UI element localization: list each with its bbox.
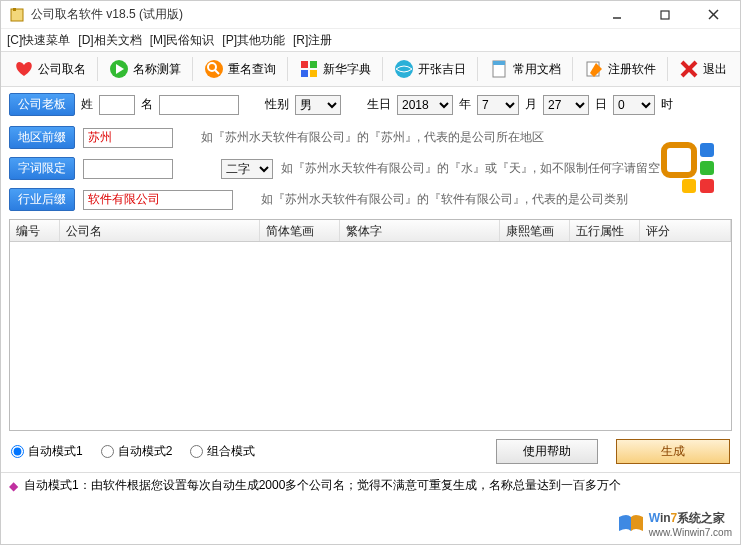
word-count-select[interactable]: 二字 (221, 159, 273, 179)
suffix-hint: 如『苏州水天软件有限公司』的『软件有限公司』, 代表的是公司类别 (261, 191, 628, 208)
generate-button[interactable]: 生成 (616, 439, 730, 464)
x-icon (679, 59, 699, 79)
svg-rect-21 (664, 145, 694, 175)
tool-label: 重名查询 (228, 61, 276, 78)
col-score[interactable]: 评分 (640, 220, 731, 241)
separator (667, 57, 668, 81)
heart-icon (14, 59, 34, 79)
watermark: Win7系统之家 www.Winwin7.com (617, 508, 732, 538)
mode1-input[interactable] (11, 445, 24, 458)
edit-icon (584, 59, 604, 79)
name-input[interactable] (159, 95, 239, 115)
windows-icon (299, 59, 319, 79)
svg-rect-25 (682, 179, 696, 193)
mode3-radio[interactable]: 组合模式 (190, 443, 255, 460)
tool-label: 退出 (703, 61, 727, 78)
svg-rect-23 (700, 161, 714, 175)
svg-rect-11 (301, 61, 308, 68)
document-icon (489, 59, 509, 79)
tool-label: 常用文档 (513, 61, 561, 78)
svg-rect-3 (661, 11, 669, 19)
separator (192, 57, 193, 81)
boss-button[interactable]: 公司老板 (9, 93, 75, 116)
minimize-button[interactable] (602, 5, 632, 25)
gender-label: 性别 (265, 96, 289, 113)
mode2-radio[interactable]: 自动模式2 (101, 443, 173, 460)
menu-quick[interactable]: [C]快速菜单 (7, 32, 70, 49)
menu-docs[interactable]: [D]相关文档 (78, 32, 141, 49)
watermark-url: www.Winwin7.com (649, 527, 732, 538)
region-input[interactable] (83, 128, 173, 148)
gender-select[interactable]: 男 (295, 95, 341, 115)
table-header: 编号 公司名 简体笔画 繁体字 康熙笔画 五行属性 评分 (10, 220, 731, 242)
mode2-input[interactable] (101, 445, 114, 458)
tool-reg[interactable]: 注册软件 (577, 55, 663, 83)
word-hint: 如『苏州水天软件有限公司』的『水』或『天』, 如不限制任何字请留空 (281, 160, 660, 177)
tool-dict[interactable]: 新华字典 (292, 55, 378, 83)
tool-naming[interactable]: 公司取名 (7, 55, 93, 83)
svg-rect-13 (301, 70, 308, 77)
watermark-brand: Win7系统之家 (649, 508, 732, 527)
tool-lucky[interactable]: 开张吉日 (387, 55, 473, 83)
window-controls (602, 5, 728, 25)
col-kangxi[interactable]: 康熙笔画 (500, 220, 570, 241)
mode2-label: 自动模式2 (118, 443, 173, 460)
help-button[interactable]: 使用帮助 (496, 439, 598, 464)
tool-calc[interactable]: 名称测算 (102, 55, 188, 83)
svg-point-15 (395, 60, 413, 78)
separator (382, 57, 383, 81)
maximize-button[interactable] (650, 5, 680, 25)
svg-rect-1 (13, 8, 16, 11)
day-suffix: 日 (595, 96, 607, 113)
mode1-radio[interactable]: 自动模式1 (11, 443, 83, 460)
word-button[interactable]: 字词限定 (9, 157, 75, 180)
separator (287, 57, 288, 81)
mode1-label: 自动模式1 (28, 443, 83, 460)
col-id[interactable]: 编号 (10, 220, 60, 241)
name-label: 名 (141, 96, 153, 113)
suffix-input[interactable] (83, 190, 233, 210)
col-name[interactable]: 公司名 (60, 220, 260, 241)
globe-icon (394, 59, 414, 79)
tool-label: 公司取名 (38, 61, 86, 78)
window-title: 公司取名软件 v18.5 (试用版) (31, 6, 602, 23)
separator (477, 57, 478, 81)
month-select[interactable]: 7 (477, 95, 519, 115)
search-icon (204, 59, 224, 79)
modes-row: 自动模式1 自动模式2 组合模式 使用帮助 生成 (1, 431, 740, 472)
title-bar: 公司取名软件 v18.5 (试用版) (1, 1, 740, 29)
diamond-icon: ◆ (9, 479, 18, 493)
tool-dup[interactable]: 重名查询 (197, 55, 283, 83)
month-suffix: 月 (525, 96, 537, 113)
region-hint: 如『苏州水天软件有限公司』的『苏州』, 代表的是公司所在地区 (201, 129, 544, 146)
params-row: 公司老板 姓 名 性别 男 生日 2018 年 7 月 27 日 0 时 (1, 87, 740, 122)
surname-input[interactable] (99, 95, 135, 115)
mode3-input[interactable] (190, 445, 203, 458)
hour-select[interactable]: 0 (613, 95, 655, 115)
menu-folk[interactable]: [M]民俗知识 (150, 32, 215, 49)
play-icon (109, 59, 129, 79)
mode3-label: 组合模式 (207, 443, 255, 460)
menu-bar: [C]快速菜单 [D]相关文档 [M]民俗知识 [P]其他功能 [R]注册 (1, 29, 740, 51)
col-simp[interactable]: 简体笔画 (260, 220, 340, 241)
toolbar: 公司取名 名称测算 重名查询 新华字典 开张吉日 常用文档 注册软件 退出 (1, 51, 740, 87)
day-select[interactable]: 27 (543, 95, 589, 115)
suffix-button[interactable]: 行业后缀 (9, 188, 75, 211)
col-trad[interactable]: 繁体字 (340, 220, 500, 241)
word-input[interactable] (83, 159, 173, 179)
year-select[interactable]: 2018 (397, 95, 453, 115)
tool-docs[interactable]: 常用文档 (482, 55, 568, 83)
tool-label: 注册软件 (608, 61, 656, 78)
region-button[interactable]: 地区前缀 (9, 126, 75, 149)
tool-exit[interactable]: 退出 (672, 55, 734, 83)
birth-label: 生日 (367, 96, 391, 113)
separator (97, 57, 98, 81)
results-table: 编号 公司名 简体笔画 繁体字 康熙笔画 五行属性 评分 (9, 219, 732, 431)
watermark-icon (617, 511, 645, 535)
col-wuxing[interactable]: 五行属性 (570, 220, 640, 241)
tool-label: 名称测算 (133, 61, 181, 78)
menu-register[interactable]: [R]注册 (293, 32, 332, 49)
menu-other[interactable]: [P]其他功能 (222, 32, 285, 49)
close-button[interactable] (698, 5, 728, 25)
tool-label: 开张吉日 (418, 61, 466, 78)
